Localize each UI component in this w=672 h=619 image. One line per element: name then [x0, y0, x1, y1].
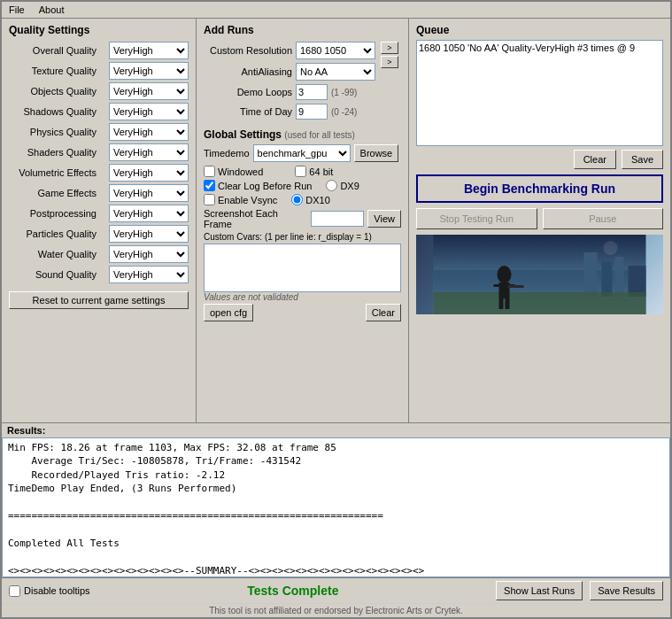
clear-queue-button[interactable]: Clear: [574, 150, 616, 169]
game-effects-label: Game Effects: [9, 188, 102, 198]
texture-quality-label: Texture Quality: [9, 66, 102, 76]
windowed-checkbox[interactable]: [204, 166, 215, 177]
physics-quality-select[interactable]: VeryHighHighMediumLow: [109, 123, 189, 141]
add-to-queue-down-button[interactable]: >: [381, 56, 398, 68]
resolution-label: Custom Resolution: [204, 45, 292, 56]
clear-log-checkbox[interactable]: [204, 180, 215, 191]
add-runs-form: Custom Resolution 1680 10501920 10801280…: [204, 42, 375, 123]
main-window: File About Quality Settings Overall Qual…: [0, 0, 672, 619]
screenshot-label: Screenshot Each Frame: [204, 208, 307, 229]
svg-rect-2: [584, 252, 598, 297]
time-of-day-row: Time of Day (0 -24): [204, 104, 375, 120]
stop-testing-button[interactable]: Stop Testing Run: [416, 208, 537, 229]
pause-button[interactable]: Pause: [543, 208, 664, 229]
queue-actions: Clear Save: [416, 150, 663, 169]
screenshot-input[interactable]: [311, 211, 364, 227]
volumetric-quality-label: Volumetric Effects: [9, 167, 102, 178]
add-to-queue-up-button[interactable]: >: [381, 42, 398, 54]
bit64-checkbox[interactable]: [295, 166, 306, 177]
bit64-checkbox-label[interactable]: 64 bit: [295, 166, 333, 177]
svg-rect-11: [499, 298, 504, 309]
demo-loops-hint: (1 -99): [331, 88, 357, 97]
volumetric-quality-select[interactable]: VeryHighHighMediumLow: [109, 164, 189, 182]
clear-log-label-text: Clear Log Before Run: [218, 181, 312, 191]
preview-svg: [416, 235, 663, 314]
disclaimer: This tool is not affiliated or endorsed …: [2, 603, 670, 617]
disable-tooltips-checkbox[interactable]: [9, 585, 20, 597]
save-queue-button[interactable]: Save: [622, 150, 663, 169]
game-effects-select[interactable]: VeryHighHighMediumLow: [109, 184, 189, 202]
shadows-quality-select[interactable]: VeryHighHighMediumLow: [109, 103, 189, 120]
clear-log-checkbox-label[interactable]: Clear Log Before Run: [204, 180, 312, 191]
sound-quality-select[interactable]: VeryHighHighMediumLow: [109, 266, 189, 283]
quality-settings-title: Quality Settings: [9, 24, 189, 36]
disable-tooltips-label[interactable]: Disable tooltips: [9, 585, 90, 597]
water-quality-label: Water Quality: [9, 249, 102, 259]
quality-settings-panel: Quality Settings Overall Quality VeryHig…: [2, 19, 197, 422]
clear-cvars-button[interactable]: Clear: [366, 304, 401, 321]
tests-complete-text: Tests Complete: [97, 584, 489, 598]
cvars-label: Custom Cvars: (1 per line ie: r_display …: [204, 232, 401, 242]
cfg-row: open cfg Clear: [204, 304, 401, 321]
svg-rect-12: [506, 298, 510, 309]
time-of-day-input[interactable]: [296, 104, 328, 120]
dx10-radio[interactable]: [291, 194, 303, 205]
open-cfg-button[interactable]: open cfg: [204, 304, 253, 321]
checkboxes-row3: Enable Vsync DX10: [204, 194, 401, 205]
quality-row-game-effects: Game Effects VeryHighHighMediumLow: [9, 184, 189, 202]
objects-quality-select[interactable]: VeryHighHighMediumLow: [109, 82, 189, 100]
svg-rect-6: [434, 292, 646, 314]
view-button[interactable]: View: [367, 210, 401, 228]
global-settings-title: Global Settings (used for all tests): [204, 128, 401, 141]
dx9-radio[interactable]: [326, 180, 337, 191]
menu-about[interactable]: About: [35, 4, 68, 16]
vsync-label-text: Enable Vsync: [218, 195, 277, 205]
dx10-checkbox-label[interactable]: DX10: [291, 194, 330, 205]
antialiasing-select[interactable]: No AA2x AA4x AA: [296, 63, 375, 81]
timedemo-select[interactable]: benchmark_gpu: [253, 144, 351, 162]
resolution-row: Custom Resolution 1680 10501920 10801280…: [204, 42, 375, 59]
browse-button[interactable]: Browse: [354, 144, 399, 162]
dx9-checkbox-label[interactable]: DX9: [326, 180, 359, 191]
demo-loops-label: Demo Loops: [204, 87, 292, 97]
show-last-runs-button[interactable]: Show Last Runs: [496, 581, 583, 600]
save-results-button[interactable]: Save Results: [590, 581, 663, 600]
right-panel: Queue 1680 1050 'No AA' Quality-VeryHigh…: [409, 19, 670, 422]
svg-rect-3: [602, 261, 613, 297]
results-text: Min FPS: 18.26 at frame 1103, Max FPS: 3…: [2, 437, 670, 577]
time-of-day-label: Time of Day: [204, 106, 292, 117]
begin-benchmarking-button[interactable]: Begin Benchmarking Run: [416, 174, 663, 203]
timedemo-row: Timedemo benchmark_gpu Browse: [204, 144, 401, 162]
vsync-checkbox-label[interactable]: Enable Vsync: [204, 194, 277, 205]
physics-quality-label: Physics Quality: [9, 127, 102, 137]
quality-row-shadows: Shadows Quality VeryHighHighMediumLow: [9, 103, 189, 120]
quality-row-water: Water Quality VeryHighHighMediumLow: [9, 245, 189, 263]
global-settings-title-text: Global Settings: [204, 128, 282, 141]
add-runs-title: Add Runs: [204, 24, 401, 36]
overall-quality-select[interactable]: VeryHighHighMediumLow: [109, 42, 189, 59]
cvars-textarea[interactable]: [204, 244, 401, 292]
checkboxes-row2: Clear Log Before Run DX9: [204, 180, 401, 191]
overall-quality-label: Overall Quality: [9, 45, 102, 56]
queue-title: Queue: [416, 24, 663, 36]
add-queue-section: Custom Resolution 1680 10501920 10801280…: [204, 42, 401, 123]
water-quality-select[interactable]: VeryHighHighMediumLow: [109, 245, 189, 263]
postprocessing-select[interactable]: VeryHighHighMediumLow: [109, 205, 189, 222]
quality-row-particles: Particles Quality VeryHighHighMediumLow: [9, 225, 189, 243]
windowed-checkbox-label[interactable]: Windowed: [204, 166, 263, 177]
checkboxes-row1: Windowed 64 bit: [204, 166, 401, 177]
results-panel: Results: Min FPS: 18.26 at frame 1103, M…: [2, 422, 670, 577]
control-row: Stop Testing Run Pause: [416, 208, 663, 229]
vsync-checkbox[interactable]: [204, 194, 215, 205]
menu-file[interactable]: File: [5, 4, 28, 16]
reset-button[interactable]: Reset to current game settings: [9, 291, 189, 309]
particles-quality-select[interactable]: VeryHighHighMediumLow: [109, 225, 189, 243]
time-of-day-hint: (0 -24): [331, 107, 357, 117]
texture-quality-select[interactable]: VeryHighHighMediumLow: [109, 62, 189, 80]
antialiasing-row: AntiAliasing No AA2x AA4x AA: [204, 63, 375, 81]
shaders-quality-select[interactable]: VeryHighHighMediumLow: [109, 143, 189, 161]
menubar: File About: [2, 2, 670, 19]
resolution-select[interactable]: 1680 10501920 10801280 720: [296, 42, 375, 59]
demo-loops-input[interactable]: [296, 84, 328, 100]
bit64-label-text: 64 bit: [309, 166, 333, 177]
